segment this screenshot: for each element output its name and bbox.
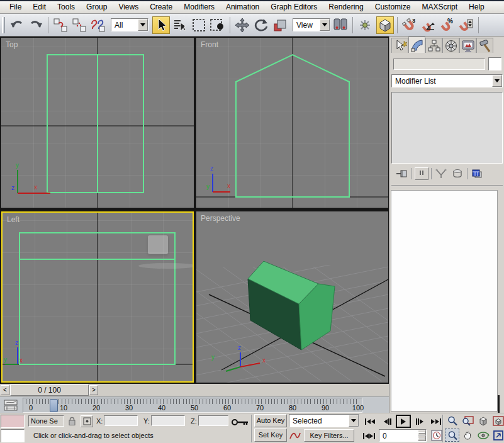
viewport-left-active[interactable]: Left z y x xyxy=(1,211,194,383)
modifier-list-dropdown[interactable]: Modifier List xyxy=(391,74,503,87)
auto-key-button[interactable]: Auto Key xyxy=(254,414,287,427)
timeline-ruler[interactable]: 0102030405060708090100 xyxy=(23,398,362,413)
x-coord-field[interactable] xyxy=(104,415,138,426)
time-slider-handle[interactable]: 0 / 100 xyxy=(10,384,89,396)
select-and-rotate-button[interactable] xyxy=(252,16,270,34)
pin-stack-button[interactable] xyxy=(395,167,409,180)
go-to-start-button[interactable] xyxy=(362,415,378,428)
zoom-all-button[interactable] xyxy=(460,414,474,427)
viewport-front-label[interactable]: Front xyxy=(201,40,218,49)
menu-item-file[interactable]: File xyxy=(4,1,27,13)
open-mini-curve-editor-button[interactable] xyxy=(2,399,20,412)
current-frame-marker[interactable] xyxy=(50,399,58,412)
configure-modifier-sets-button[interactable] xyxy=(470,167,484,180)
zoom-button[interactable] xyxy=(445,414,459,427)
key-mode-drop-button[interactable] xyxy=(349,415,359,427)
reference-coordinate-drop-button[interactable] xyxy=(320,19,330,31)
menu-item-tools[interactable]: Tools xyxy=(52,1,81,13)
zoom-extents-button[interactable] xyxy=(476,414,490,427)
selection-lock-toggle[interactable] xyxy=(67,416,77,427)
menu-item-group[interactable]: Group xyxy=(81,1,113,13)
remove-modifier-button[interactable] xyxy=(451,167,464,180)
menu-item-create[interactable]: Create xyxy=(144,1,178,13)
set-keys-button[interactable] xyxy=(230,416,250,429)
bind-to-space-warp-button[interactable] xyxy=(89,16,107,34)
house-object[interactable] xyxy=(248,261,335,350)
menu-item-animation[interactable]: Animation xyxy=(220,1,265,13)
time-configuration-button[interactable] xyxy=(430,429,443,442)
select-object-button[interactable] xyxy=(152,16,170,34)
object-color-swatch[interactable] xyxy=(488,57,501,70)
maxscript-mini-listener-input[interactable] xyxy=(1,415,25,428)
tab-modify[interactable] xyxy=(408,36,425,53)
use-pivot-point-center-button[interactable] xyxy=(332,16,349,34)
viewport-perspective[interactable]: Perspective xyxy=(196,211,388,383)
selection-filter-dropdown[interactable]: All xyxy=(111,18,148,31)
min-max-toggle-button[interactable] xyxy=(491,429,504,442)
viewport-front[interactable]: Front z y x xyxy=(196,38,388,208)
object-name-field[interactable] xyxy=(393,59,485,70)
tab-hierarchy[interactable] xyxy=(425,38,442,53)
tab-display[interactable] xyxy=(459,38,476,53)
key-filters-button[interactable]: Key Filters... xyxy=(304,429,354,442)
selection-filter-drop-button[interactable] xyxy=(138,19,148,31)
menu-item-maxscript[interactable]: MAXScript xyxy=(416,1,463,13)
viewport-top-label[interactable]: Top xyxy=(6,40,18,49)
panel-scrollbar-thumb[interactable] xyxy=(498,395,500,413)
tab-motion[interactable] xyxy=(442,38,459,53)
frame-spinner[interactable] xyxy=(418,430,426,441)
menu-item-rendering[interactable]: Rendering xyxy=(323,1,369,13)
named-selection-sets-field[interactable]: None Se xyxy=(28,415,64,427)
select-by-name-button[interactable] xyxy=(171,16,189,34)
window-crossing-toggle-button[interactable] xyxy=(209,16,227,34)
reference-coordinate-dropdown[interactable]: View xyxy=(293,18,330,31)
set-key-button[interactable]: Set Key xyxy=(254,429,287,442)
maxscript-mini-listener-output[interactable] xyxy=(1,429,25,442)
arc-rotate-button[interactable] xyxy=(476,429,490,442)
y-coord-field[interactable] xyxy=(151,415,185,426)
show-end-result-button[interactable] xyxy=(415,167,428,180)
spinner-snap-button[interactable] xyxy=(457,16,475,34)
menu-item-views[interactable]: Views xyxy=(113,1,144,13)
current-frame-field[interactable]: 0 xyxy=(379,429,427,442)
toolbar-grip[interactable] xyxy=(2,17,5,33)
modifier-stack-list[interactable] xyxy=(391,92,503,164)
redo-button[interactable] xyxy=(27,16,45,34)
spinner-down-icon[interactable] xyxy=(418,435,426,441)
rectangular-selection-region-button[interactable] xyxy=(190,16,208,34)
percent-snap-button[interactable]: % xyxy=(439,16,456,34)
spinner-up-icon[interactable] xyxy=(418,430,426,435)
pan-button[interactable] xyxy=(460,429,474,442)
undo-button[interactable] xyxy=(8,16,26,34)
viewport-top[interactable]: Top y z x xyxy=(1,38,194,208)
tab-utilities[interactable] xyxy=(476,38,493,53)
unlink-selection-button[interactable] xyxy=(70,16,88,34)
zoom-extents-all-button[interactable] xyxy=(491,414,504,427)
time-slider-prev-button[interactable]: < xyxy=(1,385,9,395)
snaps-toggle-button[interactable] xyxy=(376,16,394,34)
select-and-manipulate-button[interactable] xyxy=(356,16,374,34)
select-and-link-button[interactable] xyxy=(52,16,69,34)
make-unique-button[interactable] xyxy=(434,167,448,180)
select-and-scale-button[interactable] xyxy=(271,16,289,34)
time-slider-next-button[interactable]: > xyxy=(89,385,98,395)
go-to-end-button[interactable] xyxy=(428,415,444,428)
tab-create[interactable] xyxy=(391,38,408,53)
key-mode-dropdown[interactable]: Selected xyxy=(289,414,359,427)
menu-item-modifiers[interactable]: Modifiers xyxy=(178,1,220,13)
play-animation-button[interactable] xyxy=(396,415,411,428)
angle-snap-button[interactable] xyxy=(420,16,437,34)
region-zoom-button[interactable] xyxy=(445,429,459,442)
next-frame-button[interactable] xyxy=(412,415,427,428)
snap-3d-button[interactable]: 3 xyxy=(401,16,418,34)
viewport-left-label[interactable]: Left xyxy=(7,215,20,224)
absolute-offset-mode-toggle[interactable] xyxy=(81,415,93,427)
modifier-list-drop-button[interactable] xyxy=(492,75,502,87)
select-and-move-button[interactable] xyxy=(233,16,251,34)
default-in-out-tangents-button[interactable] xyxy=(289,429,301,442)
key-mode-toggle-button[interactable] xyxy=(362,429,375,442)
menu-item-help[interactable]: Help xyxy=(463,1,490,13)
previous-frame-button[interactable] xyxy=(380,415,395,428)
viewport-perspective-label[interactable]: Perspective xyxy=(201,214,240,223)
menu-item-edit[interactable]: Edit xyxy=(27,1,52,13)
